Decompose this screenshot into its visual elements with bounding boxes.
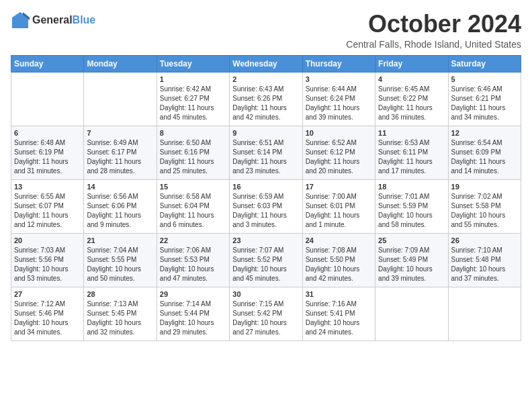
day-number: 28: [87, 290, 153, 298]
calendar-cell: 6Sunrise: 6:48 AM Sunset: 6:19 PM Daylig…: [11, 126, 84, 179]
day-info: Sunrise: 6:56 AM Sunset: 6:06 PM Dayligh…: [87, 192, 153, 230]
day-number: 20: [14, 236, 81, 244]
calendar-week-3: 13Sunrise: 6:55 AM Sunset: 6:07 PM Dayli…: [11, 179, 521, 233]
calendar-cell: 12Sunrise: 6:54 AM Sunset: 6:09 PM Dayli…: [448, 126, 521, 179]
title-block: October 2024 Central Falls, Rhode Island…: [346, 11, 521, 50]
day-number: 15: [160, 183, 226, 191]
day-info: Sunrise: 7:03 AM Sunset: 5:56 PM Dayligh…: [14, 246, 81, 283]
calendar-cell: 4Sunrise: 6:45 AM Sunset: 6:22 PM Daylig…: [375, 72, 448, 126]
calendar-cell: 26Sunrise: 7:10 AM Sunset: 5:48 PM Dayli…: [448, 233, 521, 287]
calendar-cell: [448, 287, 521, 340]
day-info: Sunrise: 6:53 AM Sunset: 6:11 PM Dayligh…: [378, 138, 445, 176]
day-number: 4: [378, 75, 445, 83]
day-info: Sunrise: 7:04 AM Sunset: 5:55 PM Dayligh…: [87, 246, 153, 283]
calendar-cell: 10Sunrise: 6:52 AM Sunset: 6:12 PM Dayli…: [302, 126, 375, 179]
calendar-cell: 3Sunrise: 6:44 AM Sunset: 6:24 PM Daylig…: [302, 72, 375, 126]
calendar-cell: 2Sunrise: 6:43 AM Sunset: 6:26 PM Daylig…: [230, 72, 302, 126]
header-sunday: Sunday: [11, 55, 84, 72]
logo-general: GeneralBlue: [32, 14, 95, 26]
day-number: 27: [14, 290, 81, 298]
day-info: Sunrise: 6:50 AM Sunset: 6:16 PM Dayligh…: [160, 138, 226, 176]
calendar-cell: 27Sunrise: 7:12 AM Sunset: 5:46 PM Dayli…: [11, 287, 84, 340]
day-info: Sunrise: 7:16 AM Sunset: 5:41 PM Dayligh…: [306, 300, 372, 337]
day-info: Sunrise: 7:06 AM Sunset: 5:53 PM Dayligh…: [160, 246, 226, 283]
calendar-cell: 24Sunrise: 7:08 AM Sunset: 5:50 PM Dayli…: [302, 233, 375, 287]
calendar-cell: 17Sunrise: 7:00 AM Sunset: 6:01 PM Dayli…: [302, 179, 375, 233]
day-info: Sunrise: 7:09 AM Sunset: 5:49 PM Dayligh…: [378, 246, 445, 283]
header-friday: Friday: [375, 55, 448, 72]
day-info: Sunrise: 7:07 AM Sunset: 5:52 PM Dayligh…: [232, 246, 299, 283]
day-info: Sunrise: 7:13 AM Sunset: 5:45 PM Dayligh…: [87, 300, 153, 337]
day-info: Sunrise: 7:01 AM Sunset: 5:59 PM Dayligh…: [378, 192, 445, 230]
day-number: 16: [232, 183, 299, 191]
header-wednesday: Wednesday: [230, 55, 302, 72]
calendar-cell: 25Sunrise: 7:09 AM Sunset: 5:49 PM Dayli…: [375, 233, 448, 287]
day-number: 21: [87, 236, 153, 244]
logo-icon: [11, 11, 30, 30]
day-info: Sunrise: 6:42 AM Sunset: 6:27 PM Dayligh…: [160, 85, 226, 122]
day-info: Sunrise: 6:49 AM Sunset: 6:17 PM Dayligh…: [87, 138, 153, 176]
calendar-cell: 31Sunrise: 7:16 AM Sunset: 5:41 PM Dayli…: [302, 287, 375, 340]
header-thursday: Thursday: [302, 55, 375, 72]
day-number: 2: [232, 75, 299, 83]
header-saturday: Saturday: [448, 55, 521, 72]
calendar-cell: 18Sunrise: 7:01 AM Sunset: 5:59 PM Dayli…: [375, 179, 448, 233]
page-header: GeneralBlue October 2024 Central Falls, …: [11, 11, 521, 50]
day-number: 10: [306, 129, 372, 137]
subtitle: Central Falls, Rhode Island, United Stat…: [346, 39, 521, 50]
day-number: 31: [306, 290, 372, 298]
calendar-cell: 13Sunrise: 6:55 AM Sunset: 6:07 PM Dayli…: [11, 179, 84, 233]
day-number: 24: [306, 236, 372, 244]
day-info: Sunrise: 6:48 AM Sunset: 6:19 PM Dayligh…: [14, 138, 81, 176]
calendar-cell: [375, 287, 448, 340]
day-info: Sunrise: 6:55 AM Sunset: 6:07 PM Dayligh…: [14, 192, 81, 230]
day-number: 8: [160, 129, 226, 137]
calendar-cell: 7Sunrise: 6:49 AM Sunset: 6:17 PM Daylig…: [84, 126, 157, 179]
calendar-cell: 22Sunrise: 7:06 AM Sunset: 5:53 PM Dayli…: [157, 233, 229, 287]
calendar-cell: 28Sunrise: 7:13 AM Sunset: 5:45 PM Dayli…: [84, 287, 157, 340]
day-info: Sunrise: 7:00 AM Sunset: 6:01 PM Dayligh…: [306, 192, 372, 230]
day-info: Sunrise: 6:43 AM Sunset: 6:26 PM Dayligh…: [232, 85, 299, 122]
day-number: 30: [232, 290, 299, 298]
day-info: Sunrise: 6:59 AM Sunset: 6:03 PM Dayligh…: [232, 192, 299, 230]
header-row: Sunday Monday Tuesday Wednesday Thursday…: [11, 55, 521, 72]
calendar-cell: 20Sunrise: 7:03 AM Sunset: 5:56 PM Dayli…: [11, 233, 84, 287]
calendar-week-4: 20Sunrise: 7:03 AM Sunset: 5:56 PM Dayli…: [11, 233, 521, 287]
day-number: 9: [232, 129, 299, 137]
calendar-cell: 23Sunrise: 7:07 AM Sunset: 5:52 PM Dayli…: [230, 233, 302, 287]
day-number: 6: [14, 129, 81, 137]
header-tuesday: Tuesday: [157, 55, 229, 72]
day-number: 3: [306, 75, 372, 83]
day-number: 22: [160, 236, 226, 244]
calendar-week-2: 6Sunrise: 6:48 AM Sunset: 6:19 PM Daylig…: [11, 126, 521, 179]
day-info: Sunrise: 7:15 AM Sunset: 5:42 PM Dayligh…: [232, 300, 299, 337]
day-info: Sunrise: 6:51 AM Sunset: 6:14 PM Dayligh…: [232, 138, 299, 176]
month-title: October 2024: [346, 11, 521, 38]
day-number: 26: [451, 236, 518, 244]
calendar-cell: 11Sunrise: 6:53 AM Sunset: 6:11 PM Dayli…: [375, 126, 448, 179]
day-number: 12: [451, 129, 518, 137]
day-info: Sunrise: 7:10 AM Sunset: 5:48 PM Dayligh…: [451, 246, 518, 283]
day-number: 1: [160, 75, 226, 83]
day-number: 11: [378, 129, 445, 137]
calendar-cell: 16Sunrise: 6:59 AM Sunset: 6:03 PM Dayli…: [230, 179, 302, 233]
calendar-cell: 9Sunrise: 6:51 AM Sunset: 6:14 PM Daylig…: [230, 126, 302, 179]
day-number: 14: [87, 183, 153, 191]
day-info: Sunrise: 7:02 AM Sunset: 5:58 PM Dayligh…: [451, 192, 518, 230]
day-info: Sunrise: 7:08 AM Sunset: 5:50 PM Dayligh…: [306, 246, 372, 283]
day-number: 19: [451, 183, 518, 191]
header-monday: Monday: [84, 55, 157, 72]
logo: GeneralBlue: [11, 11, 95, 30]
day-info: Sunrise: 6:44 AM Sunset: 6:24 PM Dayligh…: [306, 85, 372, 122]
calendar-week-1: 1Sunrise: 6:42 AM Sunset: 6:27 PM Daylig…: [11, 72, 521, 126]
day-info: Sunrise: 6:46 AM Sunset: 6:21 PM Dayligh…: [451, 85, 518, 122]
calendar-cell: 8Sunrise: 6:50 AM Sunset: 6:16 PM Daylig…: [157, 126, 229, 179]
calendar-cell: 29Sunrise: 7:14 AM Sunset: 5:44 PM Dayli…: [157, 287, 229, 340]
day-info: Sunrise: 6:45 AM Sunset: 6:22 PM Dayligh…: [378, 85, 445, 122]
calendar-cell: 19Sunrise: 7:02 AM Sunset: 5:58 PM Dayli…: [448, 179, 521, 233]
calendar-table: Sunday Monday Tuesday Wednesday Thursday…: [11, 55, 521, 341]
day-number: 18: [378, 183, 445, 191]
calendar-cell: 1Sunrise: 6:42 AM Sunset: 6:27 PM Daylig…: [157, 72, 229, 126]
day-info: Sunrise: 7:12 AM Sunset: 5:46 PM Dayligh…: [14, 300, 81, 337]
calendar-cell: 30Sunrise: 7:15 AM Sunset: 5:42 PM Dayli…: [230, 287, 302, 340]
